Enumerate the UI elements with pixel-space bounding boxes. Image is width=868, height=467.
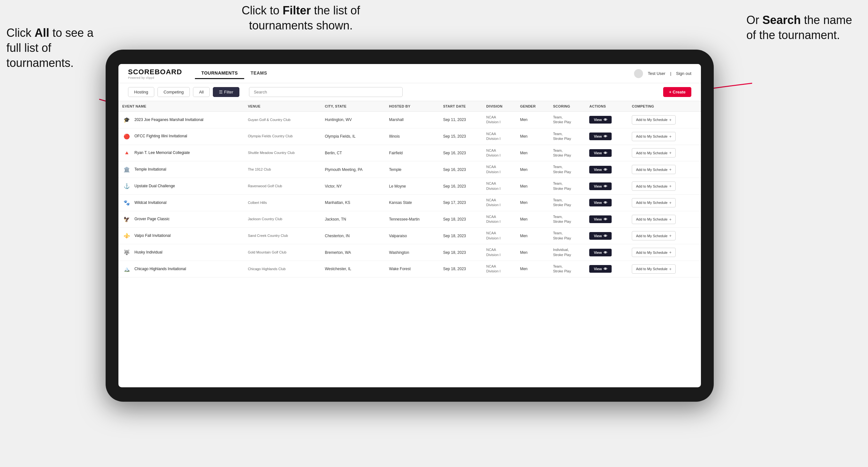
view-button-7[interactable]: View 👁 — [589, 232, 612, 240]
add-schedule-button-1[interactable]: Add to My Schedule + — [632, 132, 676, 141]
view-button-4[interactable]: View 👁 — [589, 182, 612, 190]
city-state-cell-9: Westchester, IL — [321, 261, 385, 278]
eye-icon-5: 👁 — [603, 201, 607, 205]
start-date-cell-3: Sep 16, 2023 — [439, 161, 482, 178]
add-schedule-button-0[interactable]: Add to My Schedule + — [632, 115, 676, 125]
city-state-cell-2: Berlin, CT — [321, 145, 385, 161]
table-row: 🏔️ Chicago Highlands Invitational Chicag… — [118, 261, 701, 278]
table-row: 🦅 Grover Page Classic Jackson Country Cl… — [118, 211, 701, 227]
venue-cell-7: Sand Creek Country Club — [244, 227, 321, 244]
hosted-by-cell-0: Marshall — [385, 112, 439, 128]
competing-cell-4: Add to My Schedule + — [628, 178, 701, 195]
start-date-cell-1: Sep 15, 2023 — [439, 128, 482, 145]
division-cell-2: NCAADivision I — [482, 145, 516, 161]
team-logo-6: 🦅 — [122, 215, 131, 224]
gender-cell-2: Men — [516, 145, 549, 161]
action-cell-8: View 👁 — [585, 244, 628, 261]
event-name-cell-1: 🔴 OFCC Fighting Illini Invitational — [118, 128, 244, 145]
team-logo-1: 🔴 — [122, 132, 131, 141]
hosting-tab[interactable]: Hosting — [128, 87, 154, 97]
all-tab[interactable]: All — [193, 87, 210, 97]
add-schedule-button-3[interactable]: Add to My Schedule + — [632, 165, 676, 174]
annotation-top-right: Or Search the name of the tournament. — [746, 13, 862, 43]
search-input[interactable] — [249, 87, 403, 97]
plus-icon-5: + — [669, 200, 672, 205]
view-button-3[interactable]: View 👁 — [589, 166, 612, 174]
team-logo-3: 🏛️ — [122, 165, 131, 174]
event-name-0: 2023 Joe Feaganes Marshall Invitational — [134, 118, 203, 123]
filter-button[interactable]: ☰ Filter — [213, 87, 239, 97]
competing-cell-7: Add to My Schedule + — [628, 227, 701, 244]
scoring-cell-9: Team,Stroke Play — [549, 261, 585, 278]
eye-icon-7: 👁 — [603, 234, 607, 238]
tournaments-table: EVENT NAME VENUE CITY, STATE HOSTED BY S… — [118, 101, 701, 278]
view-button-8[interactable]: View 👁 — [589, 249, 612, 256]
division-cell-3: NCAADivision I — [482, 161, 516, 178]
add-schedule-button-6[interactable]: Add to My Schedule + — [632, 215, 676, 224]
event-name-cell-4: ⚓ Upstate Dual Challenge — [118, 178, 244, 195]
city-state-cell-4: Victor, NY — [321, 178, 385, 195]
view-button-9[interactable]: View 👁 — [589, 265, 612, 273]
view-button-1[interactable]: View 👁 — [589, 132, 612, 140]
col-event-name: EVENT NAME — [118, 101, 244, 112]
annotation-top-center: Click to Filter the list of tournaments … — [218, 3, 384, 33]
gender-cell-6: Men — [516, 211, 549, 227]
plus-icon-8: + — [669, 250, 672, 255]
main-nav: TOURNAMENTS TEAMS — [195, 68, 634, 79]
scoring-cell-6: Team,Stroke Play — [549, 211, 585, 227]
start-date-cell-7: Sep 18, 2023 — [439, 227, 482, 244]
event-name-5: Wildcat Invitational — [134, 200, 166, 206]
gender-cell-1: Men — [516, 128, 549, 145]
eye-icon-3: 👁 — [603, 168, 607, 172]
competing-cell-6: Add to My Schedule + — [628, 211, 701, 227]
add-schedule-button-2[interactable]: Add to My Schedule + — [632, 148, 676, 157]
team-logo-4: ⚓ — [122, 182, 131, 191]
gender-cell-9: Men — [516, 261, 549, 278]
scoring-cell-4: Team,Stroke Play — [549, 178, 585, 195]
competing-cell-2: Add to My Schedule + — [628, 145, 701, 161]
team-logo-2: 🔺 — [122, 149, 131, 157]
nav-tab-tournaments[interactable]: TOURNAMENTS — [195, 68, 244, 79]
col-venue: VENUE — [244, 101, 321, 112]
add-schedule-button-5[interactable]: Add to My Schedule + — [632, 198, 676, 208]
scoring-cell-8: Individual,Stroke Play — [549, 244, 585, 261]
start-date-cell-0: Sep 11, 2023 — [439, 112, 482, 128]
event-name-cell-0: 🎓 2023 Joe Feaganes Marshall Invitationa… — [118, 112, 244, 128]
view-button-6[interactable]: View 👁 — [589, 215, 612, 223]
event-name-2: Ryan T. Lee Memorial Collegiate — [134, 150, 190, 156]
division-cell-0: NCAADivision I — [482, 112, 516, 128]
filter-icon: ☰ — [219, 90, 224, 94]
division-cell-6: NCAADivision I — [482, 211, 516, 227]
sign-out-link[interactable]: Sign out — [676, 71, 691, 76]
add-schedule-button-4[interactable]: Add to My Schedule + — [632, 182, 676, 191]
competing-tab[interactable]: Competing — [157, 87, 190, 97]
event-name-9: Chicago Highlands Invitational — [134, 267, 186, 272]
search-box — [249, 87, 403, 97]
table-row: ⚜️ Valpo Fall Invitational Sand Creek Co… — [118, 227, 701, 244]
logo-subtitle: Powered by clippd — [128, 76, 182, 80]
venue-cell-1: Olympia Fields Country Club — [244, 128, 321, 145]
table-row: 🔺 Ryan T. Lee Memorial Collegiate Shuttl… — [118, 145, 701, 161]
nav-tab-teams[interactable]: TEAMS — [244, 68, 274, 79]
view-button-2[interactable]: View 👁 — [589, 149, 612, 157]
start-date-cell-4: Sep 16, 2023 — [439, 178, 482, 195]
eye-icon-2: 👁 — [603, 151, 607, 155]
col-division: DIVISION — [482, 101, 516, 112]
division-cell-8: NCAADivision I — [482, 244, 516, 261]
venue-cell-3: The 1912 Club — [244, 161, 321, 178]
start-date-cell-2: Sep 16, 2023 — [439, 145, 482, 161]
division-cell-7: NCAADivision I — [482, 227, 516, 244]
create-button[interactable]: + Create — [663, 87, 691, 97]
tablet-frame: SCOREBOARD Powered by clippd TOURNAMENTS… — [105, 50, 714, 402]
view-button-0[interactable]: View 👁 — [589, 116, 612, 124]
view-button-5[interactable]: View 👁 — [589, 199, 612, 207]
header-separator: | — [670, 71, 671, 76]
gender-cell-0: Men — [516, 112, 549, 128]
plus-icon-9: + — [669, 267, 672, 272]
add-schedule-button-8[interactable]: Add to My Schedule + — [632, 248, 676, 257]
hosted-by-cell-5: Kansas State — [385, 194, 439, 211]
col-hosted-by: HOSTED BY — [385, 101, 439, 112]
city-state-cell-8: Bremerton, WA — [321, 244, 385, 261]
add-schedule-button-9[interactable]: Add to My Schedule + — [632, 264, 676, 274]
add-schedule-button-7[interactable]: Add to My Schedule + — [632, 231, 676, 240]
